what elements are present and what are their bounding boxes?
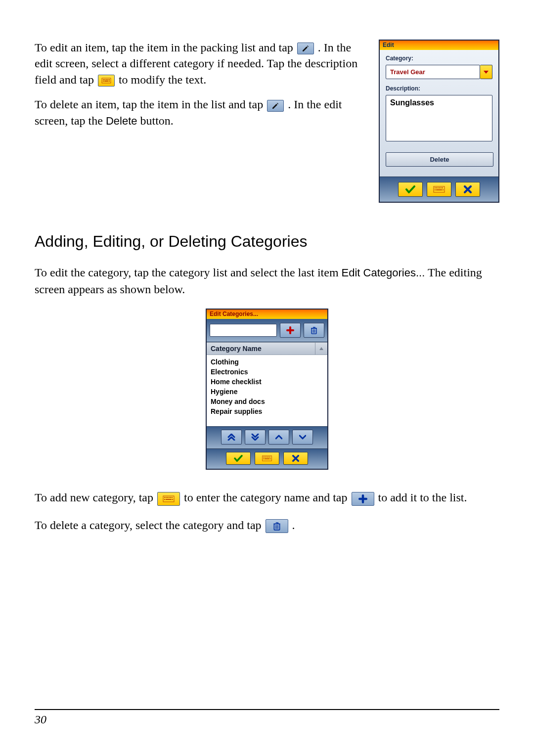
list-item[interactable]: Money and docs bbox=[210, 397, 324, 406]
plus-icon bbox=[352, 492, 374, 506]
text: To delete an item, tap the item in the l… bbox=[35, 98, 266, 111]
svg-rect-7 bbox=[104, 81, 108, 82]
svg-rect-32 bbox=[166, 497, 167, 498]
svg-rect-27 bbox=[263, 458, 264, 459]
description-field[interactable]: Sunglasses bbox=[386, 95, 492, 141]
svg-rect-38 bbox=[166, 499, 172, 500]
svg-rect-21 bbox=[263, 457, 264, 458]
delete-label-ref: Delete bbox=[106, 115, 137, 127]
list-item[interactable]: Electronics bbox=[210, 367, 324, 377]
svg-rect-36 bbox=[172, 497, 173, 498]
svg-rect-8 bbox=[109, 81, 110, 82]
svg-rect-10 bbox=[435, 187, 436, 188]
scroll-top-button[interactable] bbox=[221, 430, 242, 445]
column-header[interactable]: Category Name bbox=[207, 343, 315, 355]
category-value: Travel Gear bbox=[386, 65, 480, 79]
edit-categories-screenshot: Edit Categories... Category Name Clothin… bbox=[206, 309, 328, 470]
svg-rect-39 bbox=[172, 499, 173, 500]
svg-rect-33 bbox=[167, 497, 168, 498]
svg-rect-1 bbox=[103, 79, 104, 80]
paragraph-delete-category: To delete a category, select the categor… bbox=[35, 517, 499, 534]
scroll-up-button[interactable] bbox=[268, 430, 289, 445]
window-title: Edit bbox=[380, 41, 498, 50]
description-label: Description: bbox=[386, 85, 492, 92]
svg-rect-29 bbox=[270, 458, 271, 459]
svg-rect-26 bbox=[269, 457, 270, 458]
svg-rect-24 bbox=[267, 457, 268, 458]
paragraph-edit-category: To edit the category, tap the category l… bbox=[35, 265, 499, 298]
list-item[interactable]: Hygiene bbox=[210, 387, 324, 397]
category-name-input[interactable] bbox=[210, 324, 277, 337]
cancel-button[interactable] bbox=[283, 452, 308, 465]
svg-rect-28 bbox=[265, 458, 269, 459]
svg-rect-37 bbox=[164, 499, 165, 500]
trash-button[interactable] bbox=[304, 323, 324, 338]
paragraph-add-category: To add new category, tap to enter the ca… bbox=[35, 489, 499, 506]
svg-rect-31 bbox=[164, 497, 165, 498]
category-list[interactable]: Clothing Electronics Home checklist Hygi… bbox=[207, 355, 327, 426]
window-title: Edit Categories... bbox=[207, 310, 327, 319]
svg-rect-17 bbox=[436, 189, 442, 190]
svg-rect-3 bbox=[106, 79, 107, 80]
chevron-down-icon[interactable] bbox=[480, 65, 492, 79]
paragraph-delete-item: To delete an item, tap the item in the l… bbox=[35, 96, 364, 129]
list-item[interactable]: Home checklist bbox=[210, 377, 324, 387]
svg-rect-4 bbox=[107, 79, 108, 80]
text: to modify the text. bbox=[119, 73, 206, 86]
trash-icon bbox=[266, 519, 288, 533]
svg-rect-14 bbox=[441, 187, 442, 188]
text: button. bbox=[140, 114, 174, 127]
scroll-down-button[interactable] bbox=[292, 430, 313, 445]
svg-rect-15 bbox=[442, 187, 443, 188]
svg-rect-13 bbox=[439, 187, 440, 188]
confirm-button[interactable] bbox=[398, 182, 423, 197]
add-button[interactable] bbox=[280, 323, 301, 338]
edit-categories-ref: Edit Categories... bbox=[342, 267, 425, 279]
section-heading: Adding, Editing, or Deleting Categories bbox=[35, 232, 499, 251]
category-dropdown[interactable]: Travel Gear bbox=[386, 65, 492, 79]
svg-rect-18 bbox=[443, 189, 444, 190]
page-footer: 30 bbox=[35, 709, 499, 726]
svg-rect-16 bbox=[435, 189, 436, 190]
svg-rect-5 bbox=[109, 79, 110, 80]
category-label: Category: bbox=[386, 55, 492, 62]
keyboard-button[interactable] bbox=[255, 452, 279, 465]
sort-asc-icon[interactable] bbox=[315, 343, 327, 355]
pencil-icon bbox=[267, 100, 284, 112]
keyboard-icon bbox=[98, 75, 115, 87]
confirm-button[interactable] bbox=[226, 452, 251, 465]
text: To edit an item, tap the item in the pac… bbox=[35, 41, 296, 54]
keyboard-button[interactable] bbox=[427, 182, 451, 197]
text: to enter the category name and tap bbox=[184, 491, 351, 504]
paragraph-edit-item: To edit an item, tap the item in the pac… bbox=[35, 40, 364, 88]
svg-rect-22 bbox=[265, 457, 266, 458]
list-item[interactable]: Repair supplies bbox=[210, 406, 324, 416]
scroll-bottom-button[interactable] bbox=[245, 430, 266, 445]
svg-rect-6 bbox=[103, 81, 104, 82]
page-number: 30 bbox=[35, 713, 46, 726]
text: To edit the category, tap the category l… bbox=[35, 266, 342, 279]
keyboard-icon bbox=[157, 492, 180, 506]
svg-rect-35 bbox=[170, 497, 171, 498]
text: To add new category, tap bbox=[35, 491, 156, 504]
svg-rect-12 bbox=[438, 187, 439, 188]
list-item[interactable]: Clothing bbox=[210, 357, 324, 367]
edit-item-screenshot: Edit Category: Travel Gear Description: … bbox=[379, 40, 499, 203]
cancel-button[interactable] bbox=[455, 182, 480, 197]
svg-rect-11 bbox=[436, 187, 437, 188]
text: to add it to the list. bbox=[378, 491, 467, 504]
svg-rect-2 bbox=[104, 79, 105, 80]
text: . bbox=[292, 519, 295, 532]
pencil-icon bbox=[297, 43, 314, 54]
svg-rect-34 bbox=[169, 497, 170, 498]
svg-rect-23 bbox=[266, 457, 267, 458]
delete-button[interactable]: Delete bbox=[386, 152, 493, 167]
svg-rect-25 bbox=[268, 457, 269, 458]
text: To delete a category, select the categor… bbox=[35, 519, 265, 532]
